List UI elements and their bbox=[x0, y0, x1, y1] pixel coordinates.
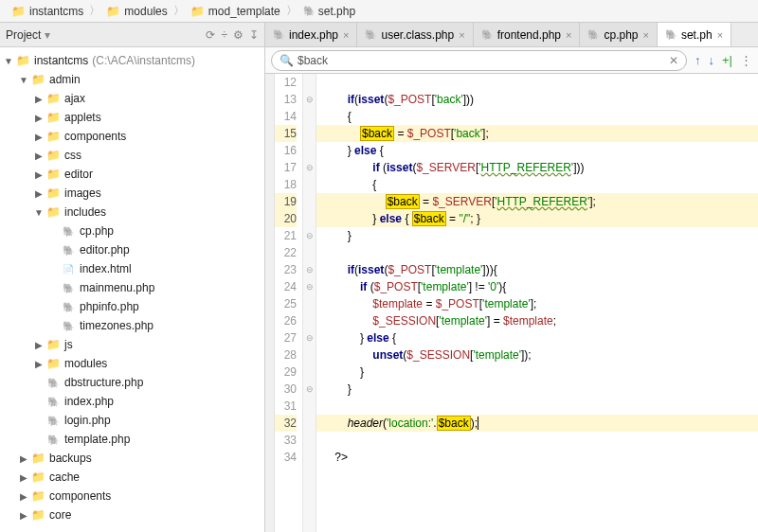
chevron-right-icon[interactable]: ▶ bbox=[32, 188, 45, 199]
code-line[interactable]: $back = $_SERVER['HTTP_REFERER']; bbox=[316, 193, 758, 210]
chevron-right-icon[interactable]: ▶ bbox=[17, 491, 30, 502]
fold-toggle-icon[interactable]: ⊖ bbox=[303, 261, 316, 278]
code-line[interactable] bbox=[316, 398, 758, 415]
search-more-icon[interactable]: ⋮ bbox=[740, 53, 752, 67]
sidebar-tool-icon[interactable]: ÷ bbox=[221, 28, 227, 42]
code-line[interactable]: } bbox=[316, 364, 758, 381]
fold-toggle-icon[interactable]: ⊖ bbox=[303, 91, 316, 108]
code-line[interactable] bbox=[316, 74, 758, 91]
tree-node[interactable]: ▶📁components bbox=[0, 127, 264, 146]
tree-node[interactable]: ▼📁instantcms(C:\ACA\instantcms) bbox=[0, 51, 264, 70]
breadcrumb-item[interactable]: 🐘set.php bbox=[299, 5, 359, 18]
search-input[interactable] bbox=[298, 54, 669, 67]
tree-node[interactable]: 🐘mainmenu.php bbox=[0, 278, 264, 297]
code-line[interactable]: $back = $_POST['back']; bbox=[316, 125, 758, 142]
breadcrumb-item[interactable]: 📁modules bbox=[102, 5, 171, 18]
tree-node[interactable]: 🐘dbstructure.php bbox=[0, 373, 264, 392]
chevron-down-icon[interactable]: ▾ bbox=[45, 28, 50, 42]
code-line[interactable]: } bbox=[316, 227, 758, 244]
tree-node[interactable]: 📄index.html bbox=[0, 259, 264, 278]
editor-tab[interactable]: 🐘user.class.php× bbox=[357, 23, 473, 46]
chevron-down-icon[interactable]: ▼ bbox=[2, 56, 15, 66]
fold-gutter[interactable]: ⊖⊖⊖⊖⊖⊖⊖ bbox=[303, 74, 316, 532]
search-add-icon[interactable]: +| bbox=[722, 53, 732, 67]
sidebar-tool-icon[interactable]: ↧ bbox=[249, 28, 259, 42]
tree-node[interactable]: ▶📁images bbox=[0, 184, 264, 203]
tree-node[interactable]: ▼📁includes bbox=[0, 203, 264, 222]
tree-node[interactable]: ▶📁modules bbox=[0, 354, 264, 373]
tree-node[interactable]: ▶📁css bbox=[0, 146, 264, 165]
breadcrumb-item[interactable]: 📁mod_template bbox=[187, 5, 284, 18]
code-line[interactable]: } else { bbox=[316, 329, 758, 346]
search-box[interactable]: 🔍 ✕ bbox=[271, 50, 687, 71]
editor-tab[interactable]: 🐘cp.php× bbox=[580, 23, 657, 46]
tree-node[interactable]: 🐘index.php bbox=[0, 392, 264, 411]
chevron-right-icon[interactable]: ▶ bbox=[32, 169, 45, 180]
tree-node[interactable]: ▼📁admin bbox=[0, 70, 264, 89]
chevron-right-icon[interactable]: ▶ bbox=[17, 453, 30, 464]
sidebar-tool-icon[interactable]: ⚙ bbox=[233, 28, 244, 42]
code-lines[interactable]: if(isset($_POST['back'])) { $back = $_PO… bbox=[316, 74, 758, 532]
code-line[interactable]: { bbox=[316, 176, 758, 193]
tree-node[interactable]: ▶📁cache bbox=[0, 468, 264, 487]
tree-node[interactable]: ▶📁editor bbox=[0, 165, 264, 184]
chevron-right-icon[interactable]: ▶ bbox=[32, 340, 45, 350]
tree-node[interactable]: 🐘template.php bbox=[0, 430, 264, 449]
chevron-right-icon[interactable]: ▶ bbox=[32, 359, 45, 369]
tree-node[interactable]: ▶📁ajax bbox=[0, 89, 264, 108]
chevron-right-icon[interactable]: ▶ bbox=[32, 151, 45, 161]
chevron-right-icon[interactable]: ▶ bbox=[17, 472, 30, 483]
fold-toggle-icon[interactable]: ⊖ bbox=[303, 227, 316, 244]
search-next-icon[interactable]: ↓ bbox=[709, 53, 715, 67]
clear-icon[interactable]: ✕ bbox=[669, 54, 678, 67]
search-prev-icon[interactable]: ↑ bbox=[695, 53, 701, 67]
chevron-down-icon[interactable]: ▼ bbox=[32, 207, 45, 218]
fold-toggle-icon[interactable]: ⊖ bbox=[303, 278, 316, 295]
code-line[interactable]: ?> bbox=[316, 449, 758, 466]
code-line[interactable]: if(isset($_POST['back'])) bbox=[316, 91, 758, 108]
close-icon[interactable]: × bbox=[459, 29, 464, 41]
tree-node[interactable]: 🐘login.php bbox=[0, 411, 264, 430]
close-icon[interactable]: × bbox=[717, 29, 723, 41]
tree-node[interactable]: ▶📁core bbox=[0, 505, 264, 524]
code-editor[interactable]: 1213141516171819202122232425262728293031… bbox=[265, 74, 758, 532]
code-line[interactable]: header('location:'.$back); bbox=[316, 415, 758, 432]
tree-node[interactable]: ▶📁applets bbox=[0, 108, 264, 127]
editor-tab[interactable]: 🐘frontend.php× bbox=[474, 23, 581, 46]
code-line[interactable]: if (isset($_SERVER['HTTP_REFERER'])) bbox=[316, 159, 758, 176]
fold-toggle-icon[interactable]: ⊖ bbox=[303, 329, 316, 346]
close-icon[interactable]: × bbox=[643, 29, 649, 41]
editor-tab[interactable]: 🐘index.php× bbox=[265, 23, 357, 46]
code-line[interactable]: unset($_SESSION['template']); bbox=[316, 346, 758, 364]
close-icon[interactable]: × bbox=[343, 29, 349, 41]
sidebar-tool-icon[interactable]: ⟳ bbox=[206, 28, 215, 42]
chevron-right-icon[interactable]: ▶ bbox=[17, 510, 30, 521]
close-icon[interactable]: × bbox=[566, 29, 571, 41]
tree-node[interactable]: 🐘timezones.php bbox=[0, 316, 264, 335]
tree-node[interactable]: ▶📁js bbox=[0, 335, 264, 354]
editor-tab[interactable]: 🐘set.ph× bbox=[658, 23, 731, 46]
code-line[interactable]: } bbox=[316, 381, 758, 398]
project-tree[interactable]: ▼📁instantcms(C:\ACA\instantcms)▼📁admin▶📁… bbox=[0, 47, 264, 532]
code-line[interactable] bbox=[316, 432, 758, 449]
code-line[interactable] bbox=[316, 244, 758, 261]
fold-toggle-icon[interactable]: ⊖ bbox=[303, 381, 316, 398]
fold-toggle-icon[interactable]: ⊖ bbox=[303, 159, 316, 176]
chevron-right-icon[interactable]: ▶ bbox=[32, 94, 45, 104]
tree-node[interactable]: 🐘phpinfo.php bbox=[0, 297, 264, 316]
tree-node[interactable]: ▶📁components bbox=[0, 487, 264, 505]
code-line[interactable]: if(isset($_POST['template'])){ bbox=[316, 261, 758, 278]
tree-node[interactable]: 🐘cp.php bbox=[0, 222, 264, 240]
chevron-right-icon[interactable]: ▶ bbox=[32, 132, 45, 142]
code-line[interactable]: { bbox=[316, 108, 758, 125]
chevron-down-icon[interactable]: ▼ bbox=[17, 75, 30, 85]
code-line[interactable]: } else { $back = "/"; } bbox=[316, 210, 758, 227]
code-line[interactable]: } else { bbox=[316, 142, 758, 159]
code-line[interactable]: $_SESSION['template'] = $template; bbox=[316, 312, 758, 329]
code-line[interactable]: if ($_POST['template'] != '0'){ bbox=[316, 278, 758, 295]
breadcrumb-item[interactable]: 📁instantcms bbox=[8, 5, 87, 18]
tree-node[interactable]: ▶📁backups bbox=[0, 449, 264, 468]
code-line[interactable]: $template = $_POST['template']; bbox=[316, 295, 758, 312]
chevron-right-icon[interactable]: ▶ bbox=[32, 113, 45, 123]
tree-node[interactable]: 🐘editor.php bbox=[0, 240, 264, 259]
